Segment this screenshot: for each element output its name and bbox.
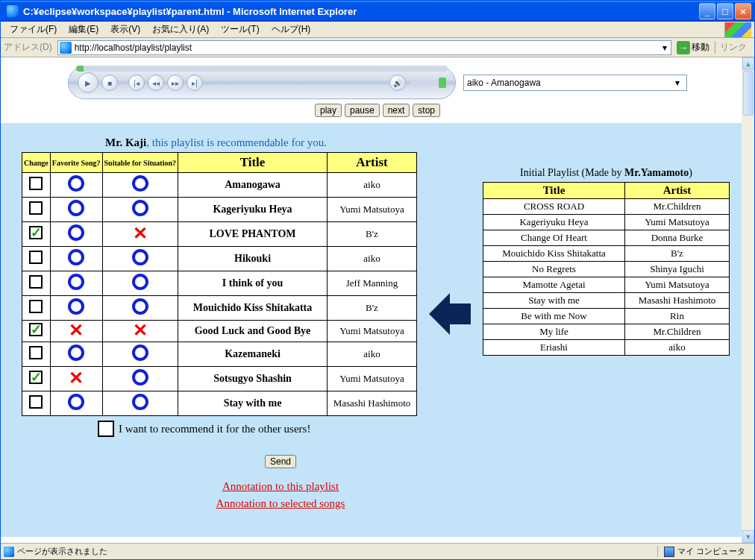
track-select[interactable]: aiko - Amanogawa ▾ — [463, 75, 687, 91]
annotation-playlist-link[interactable]: Annotation to this playlist — [1, 480, 747, 493]
stop-button[interactable]: stop — [413, 104, 440, 117]
table-row: Stay with meMasashi Hashimoto — [22, 391, 417, 416]
url-input[interactable] — [73, 43, 659, 53]
status-zone-label: マイ コンピュータ — [677, 546, 745, 557]
change-checkbox[interactable] — [29, 371, 43, 384]
initial-playlist-caption: Initial Playlist (Made by Mr.Yamamoto) — [483, 167, 730, 179]
rewind-icon[interactable]: ◂◂ — [148, 75, 164, 91]
forward-icon[interactable]: ▸▸ — [167, 75, 184, 91]
song-title: Stay with me — [178, 391, 328, 416]
recommend-user: Mr. Kaji — [105, 136, 146, 148]
ie-icon — [7, 5, 19, 17]
circle-icon[interactable] — [132, 274, 148, 290]
table-row: Kazemanekiaiko — [22, 342, 417, 367]
ie-window: C:¥eclipse¥workspace¥playlist¥parent.htm… — [0, 0, 755, 560]
minimize-button[interactable]: _ — [699, 3, 715, 19]
menubar: ファイル(F) 編集(E) 表示(V) お気に入り(A) ツール(T) ヘルプ(… — [1, 22, 754, 38]
change-checkbox[interactable] — [29, 201, 43, 215]
recommend-others-label: I want to recommend it for the other use… — [119, 423, 310, 435]
seek-slider[interactable] — [76, 66, 448, 72]
song-title: Kageriyuku Heya — [178, 198, 328, 222]
change-checkbox[interactable] — [29, 300, 43, 313]
table-row: CROSS ROADMr.Children — [483, 199, 730, 215]
stop-icon[interactable]: ■ — [101, 75, 118, 91]
links-label[interactable]: リンク — [715, 41, 751, 54]
circle-icon[interactable] — [68, 249, 84, 265]
table-row: Mamotte AgetaiYumi Matsutoya — [483, 277, 730, 293]
menu-favorites[interactable]: お気に入り(A) — [146, 22, 215, 37]
circle-icon[interactable] — [132, 394, 148, 410]
cross-icon[interactable]: ✕ — [133, 324, 148, 337]
song-title: Hikouki — [178, 247, 328, 271]
change-checkbox[interactable] — [29, 251, 43, 264]
circle-icon[interactable] — [68, 394, 84, 410]
song-artist: aiko — [328, 247, 417, 271]
cross-icon[interactable]: ✕ — [69, 371, 84, 385]
circle-icon[interactable] — [68, 200, 84, 216]
cross-icon[interactable]: ✕ — [69, 324, 84, 337]
recommend-others-checkbox[interactable] — [98, 421, 114, 437]
player-bar: ▶ ■ |◂ ◂◂ ▸▸ ▸| 🔊 — [68, 66, 456, 99]
player-area: ▶ ■ |◂ ◂◂ ▸▸ ▸| 🔊 aiko - Amanogawa ▾ — [1, 57, 754, 117]
song-title: My life — [483, 324, 625, 340]
next-button[interactable]: next — [383, 104, 410, 117]
change-checkbox[interactable] — [29, 346, 43, 359]
status-ie-icon — [4, 547, 14, 557]
menu-edit[interactable]: 編集(E) — [63, 22, 104, 37]
song-title: LOVE PHANTOM — [178, 222, 328, 247]
song-artist: Yumi Matsutoya — [328, 198, 417, 222]
song-artist: aiko — [328, 342, 417, 367]
menu-file[interactable]: ファイル(F) — [4, 22, 63, 37]
next-track-icon[interactable]: ▸| — [187, 75, 203, 91]
prev-track-icon[interactable]: |◂ — [128, 75, 145, 91]
circle-icon[interactable] — [132, 249, 148, 265]
play-button[interactable]: play — [315, 104, 342, 117]
change-checkbox[interactable] — [29, 177, 43, 190]
circle-icon[interactable] — [132, 369, 148, 386]
url-box[interactable]: ▾ — [57, 40, 671, 55]
scroll-down-icon[interactable]: ▼ — [742, 530, 754, 543]
change-checkbox[interactable] — [29, 323, 43, 336]
maximize-button[interactable]: □ — [717, 3, 733, 19]
change-checkbox[interactable] — [29, 395, 43, 409]
circle-icon[interactable] — [132, 298, 148, 315]
song-artist: Jeff Manning — [328, 271, 417, 296]
col-change: Change — [22, 153, 51, 173]
song-title: Mouichido Kiss Shitakatta — [483, 246, 625, 262]
menu-view[interactable]: 表示(V) — [104, 22, 146, 37]
send-button[interactable]: Send — [265, 455, 296, 468]
vertical-scrollbar[interactable]: ▲ ▼ — [742, 57, 754, 543]
song-title: Stay with me — [483, 293, 625, 309]
change-checkbox[interactable] — [29, 275, 43, 289]
volume-slider[interactable] — [410, 81, 446, 85]
pause-button[interactable]: pause — [345, 104, 380, 117]
circle-icon[interactable] — [68, 274, 84, 290]
recommend-line: Mr. Kaji, this playlist is recommendable… — [105, 136, 747, 149]
menu-tools[interactable]: ツール(T) — [215, 22, 265, 37]
scroll-thumb[interactable] — [743, 71, 754, 116]
circle-icon[interactable] — [68, 175, 84, 192]
scroll-up-icon[interactable]: ▲ — [742, 57, 754, 70]
song-title: Amanogawa — [178, 173, 328, 198]
circle-icon[interactable] — [132, 175, 148, 192]
change-checkbox[interactable] — [29, 226, 43, 239]
circle-icon[interactable] — [132, 345, 148, 361]
play-icon[interactable]: ▶ — [78, 72, 98, 93]
close-button[interactable]: × — [735, 3, 751, 19]
annotation-songs-link[interactable]: Annotation to selected songs — [1, 497, 747, 510]
col-artist: Artist — [625, 183, 730, 199]
cross-icon[interactable]: ✕ — [133, 227, 148, 240]
menu-help[interactable]: ヘルプ(H) — [266, 22, 317, 37]
circle-icon[interactable] — [132, 200, 148, 216]
url-dropdown-icon[interactable]: ▾ — [659, 43, 671, 53]
mute-icon[interactable]: 🔊 — [389, 75, 406, 91]
circle-icon[interactable] — [68, 298, 84, 315]
song-title: Mouichido Kiss Shitakatta — [178, 296, 328, 321]
titlebar: C:¥eclipse¥workspace¥playlist¥parent.htm… — [1, 1, 754, 22]
circle-icon[interactable] — [68, 345, 84, 361]
circle-icon[interactable] — [68, 224, 84, 241]
song-artist: B'z — [328, 296, 417, 321]
go-arrow-icon: → — [677, 41, 690, 54]
song-title: Kageriyuku Heya — [483, 215, 625, 230]
go-button[interactable]: → 移動 — [674, 41, 712, 54]
